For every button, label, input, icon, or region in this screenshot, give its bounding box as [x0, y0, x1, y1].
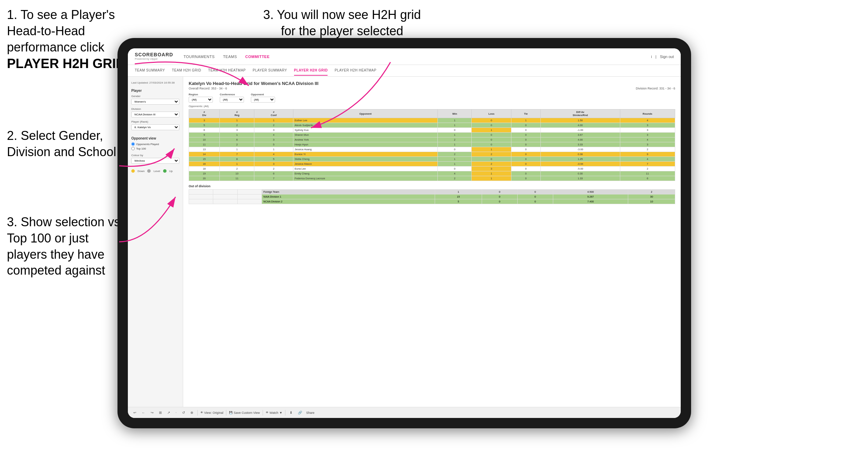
filter-conference-label: Conference — [220, 93, 244, 96]
filter-row: Region (All) Conference (All) Opponent — [189, 93, 675, 103]
sub-nav-player-summary[interactable]: PLAYER SUMMARY — [253, 66, 287, 76]
sidebar-colour-by-select[interactable]: Win/loss — [131, 158, 179, 164]
col-rounds: Rounds — [620, 109, 675, 118]
table-row: 1474Eunice Yi2200.389 — [189, 152, 675, 157]
toolbar-save-custom[interactable]: 💾 Save Custom View — [229, 411, 260, 414]
filter-region-select[interactable]: (All) — [189, 97, 213, 103]
legend-level-dot — [147, 169, 151, 173]
table-row: 1311Jessica Huang010-3.002 — [189, 147, 675, 152]
toolbar-sep3 — [263, 410, 263, 416]
sub-nav: TEAM SUMMARY TEAM H2H GRID TEAM H2H HEAT… — [128, 65, 681, 77]
nav-committee[interactable]: COMMITTEE — [245, 55, 270, 59]
table-row: 1585Stella Cheng1001.254 — [189, 157, 675, 162]
nav-links: TOURNAMENTS TEAMS COMMITTEE — [183, 55, 270, 59]
col-diff: Diff AvStrokes/Rnd — [540, 109, 620, 118]
toolbar-link[interactable]: 🔗 — [296, 410, 303, 415]
toolbar-share[interactable]: Share — [306, 411, 314, 414]
opponents-label: Opponents: (All) — [189, 105, 675, 108]
out-of-division-table: Foreign Team1004.5002NAIA Division 11500… — [189, 189, 675, 204]
toolbar: ↩ ← ↪ ⊞ ↗ · ↺ ⊕ 👁 View: Original 💾 Save … — [128, 407, 681, 418]
sidebar-division-label: Division — [131, 107, 179, 111]
toolbar-sep4 — [285, 410, 285, 416]
table-row: 1125Heejo Hyun1003.333 — [189, 142, 675, 147]
toolbar-download[interactable]: ⬇ — [288, 410, 294, 415]
table-row: 1613Jessica Mason120-0.947 — [189, 162, 675, 166]
logo: SCOREBOARD Powered by clippd — [135, 52, 173, 60]
sub-nav-team-summary[interactable]: TEAM SUMMARY — [135, 66, 165, 76]
colour-legend: Down Level Up — [131, 169, 179, 173]
col-win: Win — [438, 109, 472, 118]
table-row: 311Esther Lee1011.504 — [189, 118, 675, 123]
table-row: 633Sydney Kuo010-1.003 — [189, 128, 675, 133]
col-tie: Tie — [511, 109, 540, 118]
out-of-division-title: Out of division — [189, 184, 675, 188]
sidebar-opponent-view-title: Opponent view — [131, 136, 179, 140]
tablet-device: SCOREBOARD Powered by clippd TOURNAMENTS… — [117, 38, 691, 428]
sidebar-colour-by-label: Colour by — [131, 154, 179, 157]
grid-subtitle: Overall Record: 353 - 34 - 6 Division Re… — [189, 87, 675, 90]
legend-up-dot — [163, 169, 167, 173]
filter-opponent-label: Opponent — [251, 93, 275, 96]
toolbar-watch[interactable]: 👁 Watch ▼ — [266, 411, 282, 414]
division-record: Division Record: 331 - 34 - 6 — [636, 87, 675, 90]
sign-out-link[interactable]: Sign out — [660, 55, 674, 59]
table-header-row: #Div #Reg #Conf Opponent Win Loss Tie Di… — [189, 109, 675, 118]
sub-nav-team-h2h-heatmap[interactable]: TEAM H2H HEATMAP — [208, 66, 246, 76]
col-loss: Loss — [472, 109, 511, 118]
nav-icon: i — [651, 55, 652, 59]
overall-record: Overall Record: 353 - 34 - 6 — [189, 87, 227, 90]
legend-down-dot — [131, 169, 135, 173]
col-reg: #Reg — [220, 109, 254, 118]
sub-nav-team-h2h-grid[interactable]: TEAM H2H GRID — [172, 66, 201, 76]
grid-title: Katelyn Vo Head-to-Head Grid for Women's… — [189, 81, 675, 86]
toolbar-forward[interactable]: ↪ — [149, 410, 155, 415]
filter-opponent-select[interactable]: (All) — [251, 97, 275, 103]
table-row: 1822Euna Lee030-5.002 — [189, 166, 675, 171]
sidebar-gender-label: Gender — [131, 95, 179, 98]
table-row: 20117Federica Domecq Lacroze2101.336 — [189, 176, 675, 181]
toolbar-undo[interactable]: ↩ — [132, 410, 138, 415]
main-content: Last Updated: 27/03/2024 16:55:38 Player… — [128, 77, 681, 407]
filter-conference-select[interactable]: (All) — [220, 97, 244, 103]
table-row: 914Sharon Mun1003.673 — [189, 133, 675, 137]
col-conf: #Conf — [254, 109, 293, 118]
filter-region-label: Region — [189, 93, 213, 96]
nav-right: i | Sign out — [651, 55, 674, 59]
grid-content: Katelyn Vo Head-to-Head Grid for Women's… — [183, 77, 681, 407]
sidebar-timestamp: Last Updated: 27/03/2024 16:55:38 — [131, 81, 179, 85]
filter-group-opponent: Opponent (All) — [251, 93, 275, 103]
table-row: 1063Andrea York2004.004 — [189, 137, 675, 142]
sidebar-player-rank-label: Player (Rank) — [131, 120, 179, 123]
toolbar-arrows[interactable]: ↗ — [166, 410, 171, 415]
nav-bar: SCOREBOARD Powered by clippd TOURNAMENTS… — [128, 48, 681, 65]
out-table-row: Foreign Team1004.5002 — [189, 190, 675, 194]
instruction-step4: 3. Show selection vs Top 100 or just pla… — [7, 214, 124, 279]
nav-teams[interactable]: TEAMS — [223, 55, 237, 59]
out-table-row: NCAA Division 25007.40010 — [189, 199, 675, 204]
filter-group-region: Region (All) — [189, 93, 213, 103]
sidebar-division-select[interactable]: NCAA Division III — [131, 112, 179, 117]
sidebar: Last Updated: 27/03/2024 16:55:38 Player… — [128, 77, 183, 407]
sidebar-player-label: Player — [131, 89, 179, 93]
table-row: 522Alexis Sudjianto1004.003 — [189, 123, 675, 128]
toolbar-dot[interactable]: · — [174, 410, 178, 415]
sidebar-radio-opponents-played[interactable]: Opponents Played — [131, 142, 179, 146]
toolbar-grid[interactable]: ⊞ — [158, 410, 163, 415]
h2h-data-table: #Div #Reg #Conf Opponent Win Loss Tie Di… — [189, 109, 675, 181]
instruction-step2: 2. Select Gender, Division and School — [7, 128, 124, 160]
toolbar-refresh[interactable]: ↺ — [181, 410, 186, 415]
toolbar-zoom[interactable]: ⊕ — [189, 410, 195, 415]
sidebar-radio-top100[interactable]: Top 100 — [131, 147, 179, 150]
sidebar-gender-select[interactable]: Women's — [131, 99, 179, 105]
nav-tournaments[interactable]: TOURNAMENTS — [183, 55, 215, 59]
out-table-row: NAIA Division 115009.26730 — [189, 194, 675, 199]
sub-nav-player-h2h-heatmap[interactable]: PLAYER H2H HEATMAP — [334, 66, 376, 76]
toolbar-sep1 — [197, 410, 198, 416]
table-row: 19106Emily Chang4100.3011 — [189, 171, 675, 176]
sub-nav-player-h2h-grid[interactable]: PLAYER H2H GRID — [294, 66, 328, 76]
toolbar-back[interactable]: ← — [140, 410, 147, 415]
sidebar-player-rank-select[interactable]: 8. Katelyn Vo — [131, 124, 179, 130]
tablet-screen: SCOREBOARD Powered by clippd TOURNAMENTS… — [128, 48, 681, 418]
toolbar-view-original[interactable]: 👁 View: Original — [200, 411, 223, 414]
col-div: #Div — [189, 109, 220, 118]
